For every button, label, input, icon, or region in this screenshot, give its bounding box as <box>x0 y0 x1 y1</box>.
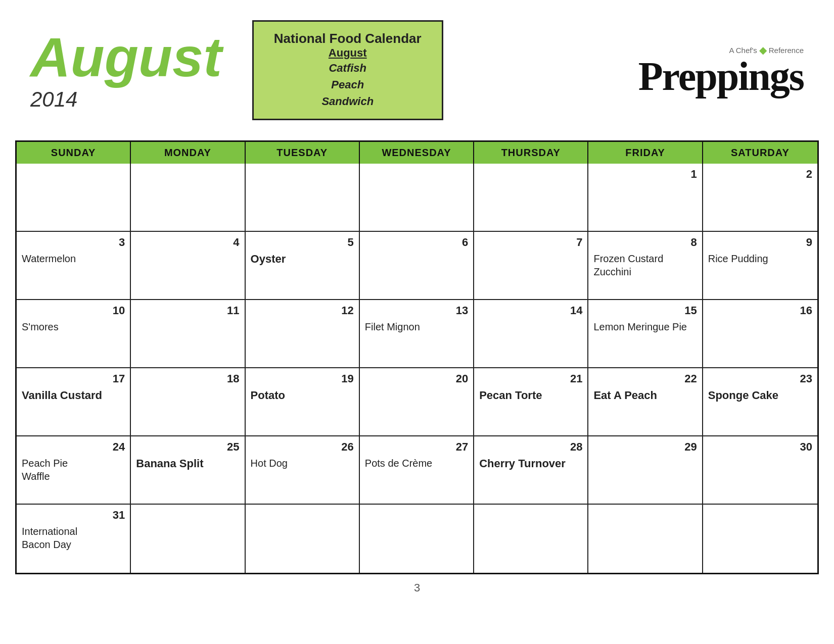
day-num: 19 <box>251 372 354 385</box>
day-num: 22 <box>593 372 697 385</box>
cell-w1-fri: 1 <box>588 164 703 232</box>
event-intl-bacon-day: InternationalBacon Day <box>22 525 125 551</box>
event-potato: Potato <box>251 388 354 403</box>
food-calendar-title: National Food Calendar <box>274 31 422 46</box>
day-num: 13 <box>365 304 468 317</box>
day-num: 3 <box>22 236 125 249</box>
col-header-thursday: THURSDAY <box>474 142 588 164</box>
cell-w2-wed: 6 <box>360 232 474 300</box>
cell-w6-tue <box>246 505 360 573</box>
cell-w1-thu <box>474 164 588 232</box>
tagline-left: A Chef's <box>729 46 757 55</box>
event-rice-pudding: Rice Pudding <box>708 252 812 265</box>
day-num: 18 <box>136 372 239 385</box>
day-num: 15 <box>593 304 697 317</box>
cell-w1-mon <box>131 164 245 232</box>
cell-w2-tue: 5 Oyster <box>246 232 360 300</box>
cell-w2-mon: 4 <box>131 232 245 300</box>
calendar: SUNDAY MONDAY TUESDAY WEDNESDAY THURSDAY… <box>15 140 819 574</box>
cell-w3-sun: 10 S'mores <box>17 300 131 368</box>
cell-w2-sun: 3 Watermelon <box>17 232 131 300</box>
cell-w6-thu <box>474 505 588 573</box>
col-header-saturday: SATURDAY <box>703 142 817 164</box>
event-eat-a-peach: Eat A Peach <box>593 388 697 403</box>
cell-w5-thu: 28 Cherry Turnover <box>474 436 588 505</box>
cell-w4-tue: 19 Potato <box>246 368 360 436</box>
calendar-header-row: SUNDAY MONDAY TUESDAY WEDNESDAY THURSDAY… <box>17 142 817 164</box>
month-title: August <box>30 29 222 85</box>
cell-w1-sat: 2 <box>703 164 817 232</box>
cell-w3-tue: 12 <box>246 300 360 368</box>
event-frozen-custard: Frozen CustardZucchini <box>593 252 697 278</box>
cell-w4-fri: 22 Eat A Peach <box>588 368 703 436</box>
preppings-logo: A Chef's ◆ Reference Preppings <box>638 44 804 96</box>
cell-w3-mon: 11 <box>131 300 245 368</box>
cell-w5-sun: 24 Peach PieWaffle <box>17 436 131 505</box>
page-header: August 2014 National Food Calendar Augus… <box>0 0 834 130</box>
day-num: 17 <box>22 372 125 385</box>
preppings-text: Preppings <box>638 54 804 98</box>
day-num: 11 <box>136 304 239 317</box>
cell-w5-fri: 29 <box>588 436 703 505</box>
cell-w6-sun: 31 InternationalBacon Day <box>17 505 131 573</box>
day-num: 31 <box>22 509 125 522</box>
cell-w3-thu: 14 <box>474 300 588 368</box>
cell-w4-sat: 23 Sponge Cake <box>703 368 817 436</box>
day-num: 24 <box>22 440 125 454</box>
day-num: 29 <box>593 440 697 454</box>
event-pots-de-creme: Pots de Crème <box>365 457 468 470</box>
fc-item-1: Peach <box>274 76 422 93</box>
day-num: 30 <box>708 440 812 454</box>
day-num: 21 <box>479 372 582 385</box>
day-num: 27 <box>365 440 468 454</box>
page-footer: 3 <box>0 581 834 595</box>
event-pecan-torte: Pecan Torte <box>479 388 582 403</box>
cell-w4-wed: 20 <box>360 368 474 436</box>
day-num: 23 <box>708 372 812 385</box>
day-num: 14 <box>479 304 582 317</box>
day-num: 26 <box>251 440 354 454</box>
cell-w2-thu: 7 <box>474 232 588 300</box>
page-number: 3 <box>414 581 420 594</box>
header-left: August 2014 <box>30 29 222 112</box>
food-calendar-items: Catfish Peach Sandwich <box>274 60 422 110</box>
event-filet-mignon: Filet Mignon <box>365 320 468 333</box>
food-calendar-box-container: National Food Calendar August Catfish Pe… <box>252 20 443 120</box>
event-oyster: Oyster <box>251 252 354 267</box>
col-header-tuesday: TUESDAY <box>246 142 360 164</box>
cell-w1-wed <box>360 164 474 232</box>
event-cherry-turnover: Cherry Turnover <box>479 457 582 471</box>
year-title: 2014 <box>30 87 222 112</box>
cell-w4-mon: 18 <box>131 368 245 436</box>
cell-w5-mon: 25 Banana Split <box>131 436 245 505</box>
cell-w1-sun <box>17 164 131 232</box>
day-num: 2 <box>708 168 812 181</box>
event-banana-split: Banana Split <box>136 457 239 471</box>
cell-w5-wed: 27 Pots de Crème <box>360 436 474 505</box>
col-header-wednesday: WEDNESDAY <box>360 142 474 164</box>
day-num: 16 <box>708 304 812 317</box>
event-lemon-meringue: Lemon Meringue Pie <box>593 320 697 333</box>
cell-w5-tue: 26 Hot Dog <box>246 436 360 505</box>
calendar-body: 1 2 3 Watermelon 4 5 Oyster 6 7 8 Frozen… <box>17 164 817 573</box>
cell-w3-fri: 15 Lemon Meringue Pie <box>588 300 703 368</box>
cell-w2-fri: 8 Frozen CustardZucchini <box>588 232 703 300</box>
food-calendar-box: National Food Calendar August Catfish Pe… <box>252 20 443 120</box>
day-num: 9 <box>708 236 812 249</box>
cell-w6-mon <box>131 505 245 573</box>
col-header-monday: MONDAY <box>131 142 245 164</box>
event-watermelon: Watermelon <box>22 252 125 265</box>
preppings-main-logo: Preppings <box>638 56 804 96</box>
cell-w6-sat <box>703 505 817 573</box>
food-calendar-month: August <box>274 46 422 60</box>
event-smores: S'mores <box>22 320 125 333</box>
fc-item-2: Sandwich <box>274 93 422 110</box>
header-right: A Chef's ◆ Reference Preppings <box>464 44 804 96</box>
day-num: 25 <box>136 440 239 454</box>
day-num: 4 <box>136 236 239 249</box>
cell-w1-tue <box>246 164 360 232</box>
day-num: 6 <box>365 236 468 249</box>
cell-w6-wed <box>360 505 474 573</box>
cell-w2-sat: 9 Rice Pudding <box>703 232 817 300</box>
day-num: 8 <box>593 236 697 249</box>
